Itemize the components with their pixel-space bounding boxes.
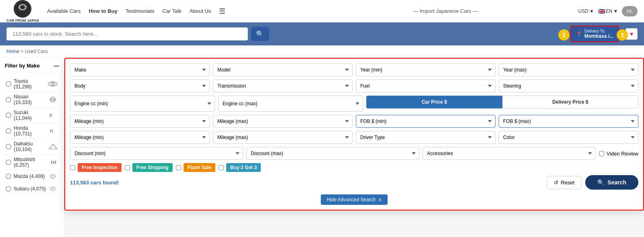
language-selector[interactable]: 🇬🇧 EN ▼ (598, 8, 618, 14)
seat-max-select[interactable]: Mileage (max) (213, 131, 353, 144)
header: CAR FROM JAPAN Available Cars How to Buy… (0, 0, 644, 22)
year-max-select[interactable]: Year (max) (499, 63, 638, 76)
video-review-checkbox[interactable] (599, 151, 604, 156)
mileage-max-select[interactable]: Mileage (max) (213, 115, 353, 128)
engine-min-select[interactable]: Engine cc (min) (70, 96, 215, 112)
currency-chevron-icon: ▼ (589, 8, 594, 14)
accessories-select[interactable]: Accessories (423, 147, 596, 160)
reset-button[interactable]: ↺ Reset (547, 176, 581, 189)
fob-max-select[interactable]: FOB $ (max) (499, 115, 638, 128)
svg-point-15 (50, 174, 56, 178)
sidebar-item-nissan[interactable]: Nissan (15,333) (5, 92, 59, 108)
location-pin-icon: 📍 (576, 31, 582, 37)
hide-advanced-label: Hide Advanced Search (326, 197, 376, 202)
nav-about-us[interactable]: About Us (190, 8, 211, 14)
nav-available-cars[interactable]: Available Cars (47, 8, 81, 14)
sidebar-collapse-icon[interactable]: — (54, 63, 59, 69)
seat-min-select[interactable]: Mileage (min) (70, 131, 210, 144)
free-inspection-checkbox[interactable] (70, 165, 75, 170)
step-3-badge: 3 (617, 29, 628, 41)
radio-toyota[interactable] (6, 81, 11, 87)
free-inspection-checkbox-label[interactable]: Free Inspection (70, 163, 122, 172)
sidebar-item-mazda[interactable]: Mazda (4,409) (5, 170, 59, 183)
year-min-select[interactable]: Year (min) (356, 63, 495, 76)
steering-select[interactable]: Steering (499, 80, 638, 92)
model-select[interactable]: Model (213, 63, 353, 76)
svg-text:H: H (50, 129, 53, 133)
svg-point-19 (53, 188, 54, 188)
hamburger-menu-icon[interactable]: ☰ (219, 7, 225, 16)
buy2get3-checkbox-label[interactable]: Buy 2 Get 3 (219, 163, 261, 172)
flash-sale-checkbox-label[interactable]: Flash Sale (176, 163, 215, 172)
fuel-select[interactable]: Fuel (356, 80, 495, 92)
logo-icon[interactable] (14, 0, 31, 18)
free-shipping-checkbox-label[interactable]: Free Shipping (125, 163, 173, 172)
sidebar-item-daihatsu[interactable]: Daihatsu (10,104) (5, 139, 59, 155)
breadcrumb: Home > Used Cars (0, 45, 644, 58)
filter-row-4: Mileage (min) Mileage (max) Driver Type … (70, 131, 638, 144)
radio-mazda[interactable] (6, 174, 11, 179)
engine-max-select[interactable]: Engine cc (max) (218, 96, 363, 112)
discount-min-select[interactable]: Discount (min) (70, 147, 243, 160)
label-toyota: Toyota (31,298) (14, 78, 47, 90)
radio-suzuki[interactable] (6, 112, 11, 118)
make-select[interactable]: Make (70, 63, 210, 76)
free-inspection-badge: Free Inspection (78, 163, 122, 172)
radio-mitsubishi[interactable] (6, 159, 11, 165)
sidebar-item-suzuki[interactable]: Suzuki (11,044) S (5, 108, 59, 123)
mileage-min-select[interactable]: Mileage (min) (70, 115, 210, 128)
delivery-location: Mombasa /... (584, 33, 613, 39)
radio-daihatsu[interactable] (6, 144, 11, 149)
video-review-label[interactable]: Video Review (607, 151, 638, 157)
breadcrumb-separator: > (21, 49, 25, 54)
body-select[interactable]: Body (70, 80, 210, 92)
step-2-badge: 2 (558, 29, 570, 41)
svg-point-18 (52, 188, 53, 189)
sidebar-item-subaru[interactable]: Subaru (4,075) (5, 183, 59, 195)
nav-testimonials[interactable]: Testimonials (126, 8, 155, 14)
color-select[interactable]: Color (499, 131, 638, 144)
nav-car-talk[interactable]: Car Talk (162, 8, 181, 14)
sidebar-item-honda[interactable]: Honda (10,731) H (5, 123, 59, 139)
advanced-search-panel: Make Model Year (min) Year (max) Body (64, 58, 644, 210)
free-shipping-checkbox[interactable] (125, 165, 130, 170)
filter-row-1: Make Model Year (min) Year (max) (70, 63, 638, 76)
lang-chevron-icon: ▼ (613, 8, 618, 14)
breadcrumb-home[interactable]: Home (6, 49, 19, 54)
delivery-price-tab[interactable]: Delivery Price $ (502, 96, 638, 108)
transmission-select[interactable]: Transmission (213, 80, 353, 92)
sidebar-title: Filter by Make (5, 63, 40, 69)
sidebar: Filter by Make — Toyota (31,298) Nissan … (0, 58, 64, 237)
svg-point-20 (52, 189, 52, 190)
buy2get3-checkbox[interactable] (219, 165, 224, 170)
radio-honda[interactable] (6, 128, 11, 134)
breadcrumb-current: Used Cars (25, 49, 48, 54)
search-submit-button[interactable]: 🔍 (251, 27, 269, 41)
radio-subaru[interactable] (6, 186, 11, 192)
discount-max-select[interactable]: Discount (max) (246, 147, 419, 160)
radio-nissan[interactable] (6, 97, 11, 102)
fob-min-select[interactable]: FOB $ (min) (356, 115, 495, 128)
nav-how-to-buy[interactable]: How to Buy (89, 8, 118, 14)
driver-type-select[interactable]: Driver Type (356, 131, 495, 144)
svg-point-4 (50, 83, 56, 85)
reset-icon: ↺ (554, 180, 558, 186)
currency-selector[interactable]: USD ▼ (578, 8, 594, 14)
greeting-button[interactable]: Hi, (622, 6, 638, 16)
search-button[interactable]: 🔍 Search (585, 175, 638, 190)
flash-sale-checkbox[interactable] (176, 165, 181, 170)
label-nissan: Nissan (15,333) (14, 94, 47, 105)
sidebar-item-mitsubishi[interactable]: Mitsubishi (6,257) (5, 155, 59, 170)
search-input[interactable] (6, 27, 248, 41)
delivery-to-button[interactable]: 📍 Delivery To: Mombasa /... (571, 27, 618, 41)
car-price-tab[interactable]: Car Price $ (366, 96, 502, 108)
svg-point-16 (52, 174, 54, 178)
video-review-checkbox-container: Video Review (599, 147, 638, 160)
svg-marker-11 (49, 144, 57, 149)
sidebar-item-toyota[interactable]: Toyota (31,298) (5, 76, 59, 92)
price-toggle-row: Car Price $ Delivery Price $ (366, 96, 638, 108)
logo-subaru (47, 185, 58, 193)
nav-links: Available Cars How to Buy Testimonials C… (47, 7, 313, 16)
hide-advanced-search-button[interactable]: Hide Advanced Search ∧ (321, 194, 387, 205)
lang-value: EN (606, 8, 613, 14)
